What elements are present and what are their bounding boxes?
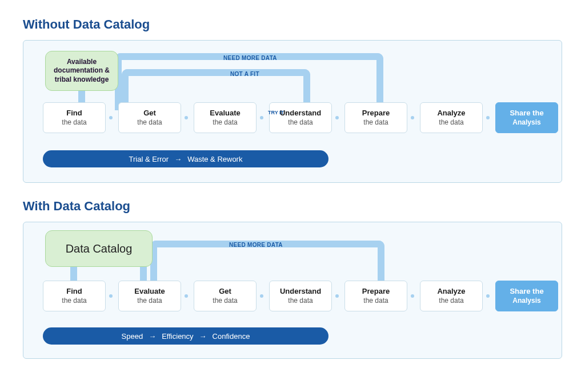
arrow-icon: → [199,332,207,341]
step-evaluate: Evaluatethe data [194,102,257,133]
step-evaluate-2: Evaluatethe data [118,281,181,311]
catalog-label: Available documentation & tribal knowled… [49,58,114,85]
step-understand-2: Understandthe data [269,281,332,311]
step-find-2: Findthe data [43,281,106,311]
vconn-catalog-eval-2 [140,266,147,282]
loop-label-not-a-fit: NOT A FIT [230,71,259,77]
step-prepare-2: Preparethe data [344,281,407,311]
step-share: Share theAnalysis [495,102,558,133]
panel-with: NEED MORE DATA Data Catalog Findthe data… [23,222,562,359]
catalog-box-with: Data Catalog [45,230,153,267]
step-analyze: Analyzethe data [420,102,483,133]
vconn-catalog-find-2 [70,266,77,282]
step-row-without: Findthe data Getthe data Evaluatethe dat… [43,102,558,133]
panel-without: NEED MORE DATA NOT A FIT TRY IT Availabl… [23,40,562,183]
pill-part-b: Waste & Rework [187,155,242,163]
step-row-with: Findthe data Evaluatethe data Getthe dat… [43,281,558,311]
step-analyze-2: Analyzethe data [420,281,483,311]
summary-pill-without: Trial & Error → Waste & Rework [43,150,328,167]
section-title-without: Without Data Catalog [23,17,562,32]
section-title-with: With Data Catalog [23,199,562,214]
pill-part-c2: Confidence [213,332,250,341]
catalog-label-2: Data Catalog [66,242,133,255]
step-find: Findthe data [43,102,106,133]
try-it-label: TRY IT [268,110,284,115]
catalog-box-without: Available documentation & tribal knowled… [45,51,118,91]
step-prepare: Preparethe data [344,102,407,133]
loop-label-need-more-2: NEED MORE DATA [229,242,283,248]
pill-part-b2: Efficiency [162,332,193,341]
pill-part-a: Trial & Error [129,155,169,163]
step-get: Getthe data [118,102,181,133]
pill-part-a2: Speed [122,332,143,341]
vconn-catalog-find [78,90,85,103]
step-share-2: Share theAnalysis [495,281,558,311]
step-get-2: Getthe data [194,281,257,311]
arrow-icon: → [149,332,156,341]
arrow-icon: → [174,155,182,163]
loop-label-need-more: NEED MORE DATA [223,55,277,61]
summary-pill-with: Speed → Efficiency → Confidence [43,327,328,345]
step-understand: Understandthe data [269,102,332,133]
